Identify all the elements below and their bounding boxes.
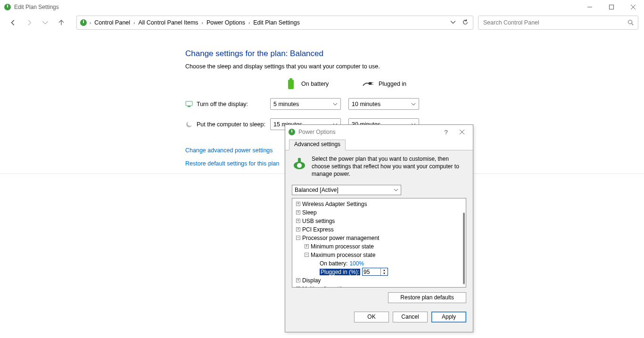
dialog-footer: OK Cancel Apply [285, 307, 473, 328]
tree-item[interactable]: Wireless Adapter Settings [302, 201, 367, 207]
scrollbar[interactable] [463, 213, 465, 284]
expand-icon[interactable]: + [296, 278, 300, 282]
svg-rect-10 [289, 78, 292, 80]
back-button[interactable] [6, 16, 21, 29]
display-off-row: Turn off the display: 5 minutes 10 minut… [185, 98, 644, 110]
navbar: › Control Panel › All Control Panel Item… [0, 14, 644, 31]
tree-item[interactable]: USB settings [302, 218, 335, 224]
page-title: Change settings for the plan: Balanced [185, 49, 644, 58]
svg-rect-3 [610, 5, 614, 9]
spin-up[interactable]: ▲ [381, 268, 388, 272]
up-button[interactable] [54, 16, 69, 29]
on-battery-label: On battery: [320, 260, 347, 267]
tree-item[interactable]: PCI Express [302, 226, 334, 233]
search-input[interactable] [482, 19, 627, 26]
plugged-in-header: Plugged in [379, 81, 406, 87]
power-options-dialog: Power Options ? Advanced settings Select… [285, 124, 473, 332]
minimize-button[interactable] [579, 0, 601, 14]
plugged-in-input[interactable] [363, 268, 380, 275]
expand-icon[interactable]: + [296, 202, 300, 206]
breadcrumb-item[interactable]: Edit Plan Settings [250, 18, 303, 27]
display-off-plugged-dropdown[interactable]: 10 minutes [348, 98, 419, 110]
moon-icon [185, 121, 193, 128]
expand-icon[interactable]: + [296, 219, 300, 223]
on-battery-header: On battery [301, 81, 329, 87]
apply-button[interactable]: Apply [431, 312, 466, 322]
power-options-icon [4, 3, 11, 11]
expand-icon[interactable]: + [296, 210, 300, 214]
expand-icon[interactable]: + [296, 227, 300, 231]
window-controls [579, 0, 644, 14]
expand-icon[interactable]: + [305, 244, 309, 248]
dialog-close-button[interactable] [454, 125, 470, 139]
svg-line-9 [632, 24, 634, 25]
display-icon [185, 100, 193, 108]
titlebar: Edit Plan Settings [0, 0, 644, 14]
plugged-in-label: Plugged in (%): [320, 269, 360, 275]
dialog-title: Power Options [298, 129, 336, 135]
svg-rect-12 [369, 82, 372, 85]
address-bar[interactable]: › Control Panel › All Control Panel Item… [76, 16, 473, 30]
address-dropdown-chevron[interactable] [450, 18, 456, 27]
chevron-right-icon: › [90, 20, 91, 25]
collapse-icon[interactable]: − [296, 236, 300, 240]
dialog-titlebar: Power Options ? [285, 125, 473, 139]
tree-item[interactable]: Sleep [302, 209, 317, 216]
forward-button[interactable] [22, 16, 37, 29]
power-plan-icon [292, 156, 307, 171]
on-battery-value[interactable]: 100% [349, 260, 364, 267]
chevron-right-icon: › [202, 20, 203, 25]
advanced-settings-tab[interactable]: Advanced settings [289, 140, 346, 150]
close-button[interactable] [622, 0, 644, 14]
page-subtitle: Choose the sleep and display settings th… [185, 63, 644, 70]
breadcrumb-item[interactable]: All Control Panel Items [135, 18, 201, 27]
control-panel-icon [80, 19, 87, 26]
tree-item[interactable]: Processor power management [302, 235, 379, 241]
svg-rect-1 [7, 5, 8, 8]
restore-plan-defaults-button[interactable]: Restore plan defaults [388, 292, 466, 303]
battery-icon [285, 78, 297, 90]
svg-point-18 [188, 121, 192, 126]
search-box[interactable] [478, 16, 638, 30]
spin-down[interactable]: ▼ [381, 272, 388, 276]
help-button[interactable]: ? [438, 125, 454, 139]
svg-rect-24 [298, 158, 301, 164]
dialog-tabstrip: Advanced settings [285, 139, 473, 150]
search-icon [627, 19, 634, 26]
history-chevron[interactable] [38, 16, 53, 29]
svg-point-8 [628, 20, 632, 24]
display-off-label: Turn off the display: [197, 101, 248, 107]
window-title: Edit Plan Settings [14, 4, 59, 10]
breadcrumb-item[interactable]: Control Panel [91, 18, 133, 27]
tree-item[interactable]: Multimedia settings [302, 286, 351, 288]
breadcrumb-item[interactable]: Power Options [204, 18, 248, 27]
chevron-right-icon: › [133, 20, 135, 25]
maximize-button[interactable] [601, 0, 622, 14]
svg-rect-20 [291, 130, 292, 132]
columns-header: On battery Plugged in [185, 78, 644, 90]
settings-tree[interactable]: +Wireless Adapter Settings +Sleep +USB s… [292, 198, 466, 288]
svg-rect-16 [188, 106, 190, 107]
sleep-label: Put the computer to sleep: [197, 121, 265, 128]
svg-rect-11 [288, 80, 294, 89]
plugged-in-spinbox[interactable]: ▲▼ [362, 268, 388, 276]
chevron-right-icon: › [248, 20, 250, 25]
refresh-button[interactable] [462, 18, 468, 27]
plug-icon [363, 78, 374, 90]
svg-rect-7 [83, 20, 84, 23]
display-off-battery-dropdown[interactable]: 5 minutes [270, 98, 341, 110]
dialog-description: Select the power plan that you want to c… [312, 155, 466, 178]
svg-point-25 [297, 163, 302, 168]
power-options-icon [288, 128, 296, 136]
cancel-button[interactable]: Cancel [393, 312, 428, 322]
collapse-icon[interactable]: − [305, 253, 309, 257]
tree-item[interactable]: Display [302, 277, 321, 284]
plan-select[interactable]: Balanced [Active] [292, 185, 401, 195]
svg-rect-15 [186, 101, 192, 106]
tree-item[interactable]: Maximum processor state [311, 252, 375, 258]
tree-item[interactable]: Minimum processor state [311, 243, 374, 250]
ok-button[interactable]: OK [354, 312, 389, 322]
expand-icon[interactable]: + [296, 287, 300, 288]
